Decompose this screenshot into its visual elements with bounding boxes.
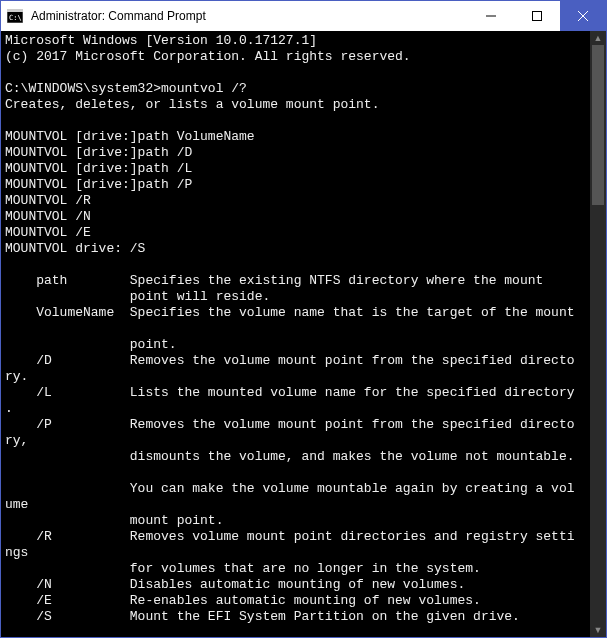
output-line: dismounts the volume, and makes the volu… — [5, 449, 575, 464]
svg-rect-1 — [7, 9, 23, 12]
output-line: ry, — [5, 433, 28, 448]
output-line: MOUNTVOL [drive:]path /L — [5, 161, 192, 176]
output-line: MOUNTVOL /N — [5, 209, 91, 224]
scroll-up-arrow[interactable]: ▲ — [590, 31, 606, 45]
window-title: Administrator: Command Prompt — [29, 9, 468, 23]
output-line: MOUNTVOL [drive:]path VolumeName — [5, 129, 255, 144]
output-line: path Specifies the existing NTFS directo… — [5, 273, 543, 288]
output-line: /D Removes the volume mount point from t… — [5, 353, 575, 368]
scroll-down-arrow[interactable]: ▼ — [590, 623, 606, 637]
svg-text:C:\: C:\ — [9, 14, 22, 22]
prompt-line: C:\WINDOWS\system32>mountvol /? — [5, 81, 247, 96]
output-line: Microsoft Windows [Version 10.0.17127.1] — [5, 33, 317, 48]
output-line: point will reside. — [5, 289, 270, 304]
output-line: /P Removes the volume mount point from t… — [5, 417, 575, 432]
output-line: VolumeName Specifies the volume name tha… — [5, 305, 575, 320]
output-line: /E Re-enables automatic mounting of new … — [5, 593, 481, 608]
window-controls — [468, 1, 606, 31]
maximize-button[interactable] — [514, 1, 560, 31]
titlebar[interactable]: C:\ Administrator: Command Prompt — [1, 1, 606, 31]
output-line: MOUNTVOL /E — [5, 225, 91, 240]
close-button[interactable] — [560, 1, 606, 31]
output-line: mount point. — [5, 513, 223, 528]
output-line: ry. — [5, 369, 28, 384]
output-line: for volumes that are no longer in the sy… — [5, 561, 481, 576]
scrollbar-thumb[interactable] — [592, 45, 604, 205]
output-line: MOUNTVOL drive: /S — [5, 241, 145, 256]
output-line: Creates, deletes, or lists a volume moun… — [5, 97, 379, 112]
output-line: MOUNTVOL /R — [5, 193, 91, 208]
output-line: MOUNTVOL [drive:]path /P — [5, 177, 192, 192]
output-line: . — [5, 401, 13, 416]
output-line: You can make the volume mountable again … — [5, 481, 575, 496]
output-line: /R Removes volume mount point directorie… — [5, 529, 575, 544]
output-line: ume — [5, 497, 28, 512]
svg-rect-4 — [533, 12, 542, 21]
output-line: /N Disables automatic mounting of new vo… — [5, 577, 465, 592]
command-prompt-window: C:\ Administrator: Command Prompt — [0, 0, 607, 638]
vertical-scrollbar[interactable]: ▲ ▼ — [590, 31, 606, 637]
output-line: (c) 2017 Microsoft Corporation. All righ… — [5, 49, 411, 64]
output-line: /S Mount the EFI System Partition on the… — [5, 609, 520, 624]
output-line: ngs — [5, 545, 28, 560]
terminal-output[interactable]: Microsoft Windows [Version 10.0.17127.1]… — [1, 31, 606, 637]
minimize-button[interactable] — [468, 1, 514, 31]
output-line: point. — [5, 337, 177, 352]
output-line: MOUNTVOL [drive:]path /D — [5, 145, 192, 160]
output-line: /L Lists the mounted volume name for the… — [5, 385, 575, 400]
app-icon: C:\ — [1, 1, 29, 31]
